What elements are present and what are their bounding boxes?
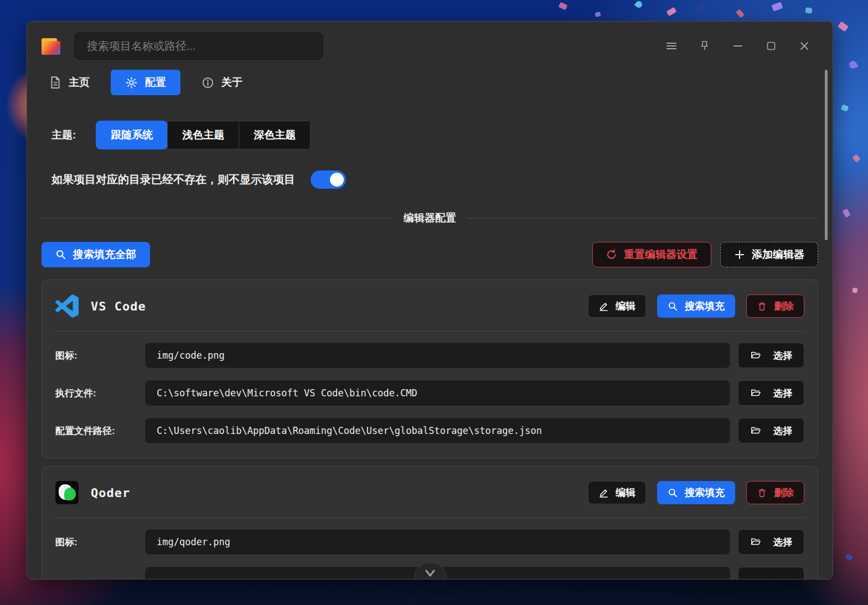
divider-line	[42, 218, 392, 219]
confetti-particle	[842, 208, 851, 218]
editor-config-section: 编辑器配置	[42, 211, 818, 225]
delete-label: 删除	[774, 299, 794, 313]
select-label: 选择	[773, 536, 792, 549]
icon-path-input[interactable]: img/qoder.png	[145, 529, 730, 555]
theme-setting-row: 主题: 跟随系统 浅色主题 深色主题	[51, 121, 818, 149]
menu-icon[interactable]	[665, 40, 678, 52]
field-label: 图标:	[55, 536, 145, 549]
field-row-config-path: 配置文件路径: C:\Users\caolib\AppData\Roaming\…	[55, 418, 804, 443]
confetti-particle	[805, 7, 813, 14]
theme-option-dark[interactable]: 深色主题	[239, 121, 311, 149]
titlebar	[42, 32, 818, 60]
editor-name: Qoder	[91, 486, 130, 500]
confetti-particle	[852, 154, 860, 163]
theme-option-system[interactable]: 跟随系统	[96, 121, 168, 149]
folder-open-icon	[750, 536, 761, 547]
card-divider	[55, 518, 804, 518]
confetti-particle	[841, 104, 849, 112]
select-label: 选择	[773, 425, 792, 437]
folder-open-icon	[750, 350, 761, 361]
search-fill-label: 搜索填充	[685, 299, 725, 313]
hide-missing-project-row: 如果项目对应的目录已经不存在，则不显示该项目	[51, 170, 818, 189]
select-file-button[interactable]: 选择	[738, 343, 804, 368]
add-editor-button[interactable]: 添加编辑器	[720, 242, 818, 267]
select-file-button[interactable]	[738, 567, 804, 580]
select-label: 选择	[773, 387, 792, 400]
app-window: 主页 配置 关于 主题: 跟随系统 浅色主题 深色主题 如果项目对应的目录已经不…	[27, 21, 833, 580]
card-header: Qoder 编辑 搜索填充 删除	[55, 479, 804, 506]
theme-segmented-control: 跟随系统 浅色主题 深色主题	[96, 121, 311, 149]
tab-home-label: 主页	[69, 75, 90, 90]
search-fill-button[interactable]: 搜索填充	[657, 481, 735, 504]
folder-open-icon	[750, 387, 761, 399]
search-input[interactable]	[74, 32, 323, 60]
tab-config[interactable]: 配置	[111, 70, 180, 95]
search-icon	[668, 301, 678, 312]
edit-button[interactable]: 编辑	[588, 481, 646, 504]
section-title: 编辑器配置	[404, 211, 456, 225]
tab-home[interactable]: 主页	[42, 70, 97, 95]
delete-button[interactable]: 删除	[746, 294, 804, 318]
vertical-scrollbar-thumb[interactable]	[825, 70, 828, 240]
minimize-icon[interactable]	[732, 40, 744, 52]
confetti-particle	[634, 0, 644, 9]
hide-missing-project-toggle[interactable]	[311, 170, 346, 189]
plus-icon	[734, 249, 745, 260]
field-row-icon: 图标: img/qoder.png 选择	[55, 529, 804, 555]
tab-bar: 主页 配置 关于	[42, 70, 818, 95]
confetti-particle	[838, 21, 849, 32]
chevron-down-icon	[423, 569, 437, 578]
trash-icon	[757, 488, 767, 498]
reset-editors-label: 重置编辑器设置	[624, 247, 698, 262]
edit-button[interactable]: 编辑	[588, 294, 646, 318]
edit-label: 编辑	[616, 486, 636, 499]
divider-line	[467, 218, 818, 219]
select-label: 选择	[773, 349, 792, 362]
search-fill-button[interactable]: 搜索填充	[657, 294, 735, 318]
gear-icon	[125, 76, 138, 89]
qoder-logo-icon	[55, 481, 79, 504]
select-file-button[interactable]: 选择	[738, 529, 804, 555]
field-label: 图标:	[55, 349, 145, 362]
search-fill-all-label: 搜索填充全部	[73, 247, 136, 262]
pencil-icon	[598, 301, 609, 312]
info-icon	[202, 76, 214, 89]
reset-editors-button[interactable]: 重置编辑器设置	[592, 242, 711, 267]
field-row-icon: 图标: img/code.png 选择	[55, 343, 804, 368]
tab-config-label: 配置	[145, 75, 166, 90]
delete-label: 删除	[774, 486, 794, 499]
tab-about-label: 关于	[221, 75, 242, 90]
select-file-button[interactable]: 选择	[738, 380, 804, 406]
editor-name: VS Code	[91, 299, 146, 313]
pencil-icon	[598, 488, 609, 498]
edit-label: 编辑	[616, 299, 636, 313]
search-icon	[55, 249, 66, 260]
card-header: VS Code 编辑 搜索填充 删除	[55, 292, 804, 320]
config-path-input[interactable]: C:\Users\caolib\AppData\Roaming\Code\Use…	[145, 418, 730, 443]
field-label: 执行文件:	[55, 387, 145, 400]
folder-open-icon	[750, 425, 761, 436]
confetti-particle	[595, 12, 601, 17]
card-divider	[55, 331, 804, 332]
reset-icon	[606, 249, 617, 260]
theme-label: 主题:	[51, 128, 76, 142]
icon-path-input[interactable]: img/code.png	[145, 343, 730, 368]
maximize-icon[interactable]	[765, 40, 777, 52]
confetti-particle	[666, 7, 677, 17]
confetti-particle	[771, 2, 783, 11]
document-icon	[49, 76, 61, 89]
pin-icon[interactable]	[699, 40, 711, 52]
theme-option-light[interactable]: 浅色主题	[167, 121, 239, 149]
search-fill-all-button[interactable]: 搜索填充全部	[42, 242, 150, 267]
executable-path-input[interactable]: C:\software\dev\Microsoft VS Code\bin\co…	[145, 380, 730, 406]
tab-about[interactable]: 关于	[194, 70, 250, 95]
hide-missing-project-label: 如果项目对应的目录已经不存在，则不显示该项目	[51, 172, 295, 187]
app-logo-folder-icon	[42, 37, 61, 55]
close-icon[interactable]	[798, 40, 810, 52]
delete-button[interactable]: 删除	[746, 481, 804, 504]
confetti-particle	[845, 554, 854, 561]
add-editor-label: 添加编辑器	[752, 247, 804, 262]
select-file-button[interactable]: 选择	[738, 418, 804, 443]
field-label: 配置文件路径:	[55, 425, 145, 437]
confetti-particle	[736, 9, 745, 18]
